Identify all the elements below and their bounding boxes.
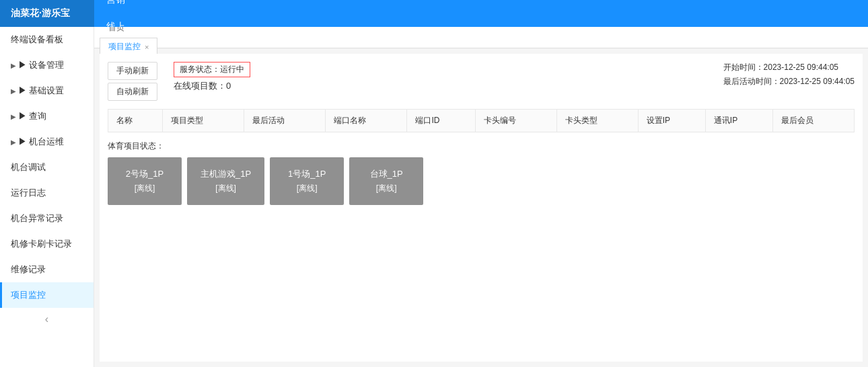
table-header-最后活动: 最后活动 [244, 110, 326, 132]
table-header-端口ID: 端口ID [407, 110, 475, 132]
sport-card-1号场_1P[interactable]: 1号场_1P[离线] [270, 157, 344, 205]
main-layout: 终端设备看板▶ 设备管理▶ 基础设置▶ 查询▶ 机台运维机台调试运行日志机台异常… [0, 27, 868, 367]
sport-status-label: 体育项目状态： [108, 140, 855, 152]
sidebar-item-机台运维[interactable]: ▶ 机台运维 [0, 129, 94, 155]
sidebar-item-终端设备看板[interactable]: 终端设备看板 [0, 27, 94, 52]
start-time: 开始时间：2023-12-25 09:44:05 [723, 62, 855, 73]
sport-card-主机游戏_1P[interactable]: 主机游戏_1P[离线] [187, 157, 264, 205]
sidebar-item-维修记录[interactable]: 维修记录 [0, 257, 94, 282]
sport-card-status: [离线] [283, 183, 330, 194]
start-time-value: 2023-12-25 09:44:05 [764, 63, 838, 72]
brand-logo: 油菜花·游乐宝 [0, 0, 94, 27]
start-time-label: 开始时间： [723, 63, 764, 72]
last-activity-value: 2023-12-25 09:44:05 [780, 77, 855, 86]
sport-card-name: 台球_1P [363, 168, 410, 180]
sport-card-status: [离线] [363, 183, 410, 194]
table-header-名称: 名称 [108, 110, 163, 132]
online-count-label: 在线项目数：0 [174, 80, 250, 92]
brand-text: 油菜花·游乐宝 [11, 7, 70, 19]
sport-card-name: 1号场_1P [283, 168, 330, 180]
sport-card-name: 2号场_1P [121, 168, 168, 180]
table-header-row: 名称项目类型最后活动端口名称端口ID卡头编号卡头类型设置IP通讯IP最后会员 [108, 110, 855, 132]
sport-card-status: [离线] [121, 183, 168, 194]
sport-card-台球_1P[interactable]: 台球_1P[离线] [349, 157, 423, 205]
last-activity-time: 最后活动时间：2023-12-25 09:44:05 [723, 76, 855, 87]
sidebar-collapse-button[interactable]: ‹ [0, 308, 94, 331]
sport-cards: 2号场_1P[离线]主机游戏_1P[离线]1号场_1P[离线]台球_1P[离线] [108, 157, 855, 205]
table-header-通讯IP: 通讯IP [705, 110, 772, 132]
sidebar-item-运行日志[interactable]: 运行日志 [0, 180, 94, 206]
table-header-卡头类型: 卡头类型 [556, 110, 638, 132]
table-header-设置IP: 设置IP [638, 110, 705, 132]
sidebar-item-机修卡刷卡记录[interactable]: 机修卡刷卡记录 [0, 231, 94, 257]
sport-card-status: [离线] [201, 183, 251, 194]
table-header-卡头编号: 卡头编号 [475, 110, 556, 132]
table-header-端口名称: 端口名称 [326, 110, 407, 132]
tab-首页[interactable]: 首页 [100, 27, 157, 38]
sport-card-name: 主机游戏_1P [201, 168, 251, 180]
main-panel: 首页项目监控× 手动刷新 自动刷新 服务状态：运行中 在线项目数：0 开始时间：… [94, 27, 868, 367]
nav-item-营销[interactable]: 营销 [94, 0, 137, 13]
tab-close-icon[interactable]: × [145, 43, 149, 51]
sidebar-item-设备管理[interactable]: ▶ 设备管理 [0, 52, 94, 78]
sidebar-item-项目监控[interactable]: 项目监控 [0, 282, 94, 308]
sidebar-item-机台调试[interactable]: 机台调试 [0, 155, 94, 180]
sidebar-items: 终端设备看板▶ 设备管理▶ 基础设置▶ 查询▶ 机台运维机台调试运行日志机台异常… [0, 27, 94, 308]
tab-list: 首页项目监控× [100, 27, 160, 56]
last-activity-label: 最后活动时间： [723, 77, 780, 86]
tabs-bar: 首页项目监控× [94, 27, 868, 48]
toolbar: 手动刷新 自动刷新 服务状态：运行中 在线项目数：0 开始时间：2023-12-… [108, 62, 855, 101]
manual-refresh-button[interactable]: 手动刷新 [108, 62, 157, 80]
sidebar-item-机台异常记录[interactable]: 机台异常记录 [0, 206, 94, 231]
service-status-badge: 服务状态：运行中 [174, 62, 250, 77]
refresh-buttons: 手动刷新 自动刷新 [108, 62, 157, 101]
time-info: 开始时间：2023-12-25 09:44:05 最后活动时间：2023-12-… [723, 62, 855, 87]
status-info: 服务状态：运行中 在线项目数：0 [174, 62, 250, 92]
auto-refresh-button[interactable]: 自动刷新 [108, 83, 157, 101]
table-header-项目类型: 项目类型 [163, 110, 244, 132]
data-table: 名称项目类型最后活动端口名称端口ID卡头编号卡头类型设置IP通讯IP最后会员 [108, 109, 855, 132]
top-nav: 油菜花·游乐宝 设备会员商品营销线上财务报表设置 [0, 0, 868, 27]
sidebar-item-查询[interactable]: ▶ 查询 [0, 104, 94, 129]
sport-status-section: 体育项目状态： 2号场_1P[离线]主机游戏_1P[离线]1号场_1P[离线]台… [108, 140, 855, 205]
table-header-最后会员: 最后会员 [772, 110, 854, 132]
sidebar-item-基础设置[interactable]: ▶ 基础设置 [0, 78, 94, 104]
sport-card-2号场_1P[interactable]: 2号场_1P[离线] [108, 157, 182, 205]
content-area: 手动刷新 自动刷新 服务状态：运行中 在线项目数：0 开始时间：2023-12-… [100, 54, 863, 362]
sidebar: 终端设备看板▶ 设备管理▶ 基础设置▶ 查询▶ 机台运维机台调试运行日志机台异常… [0, 27, 94, 367]
